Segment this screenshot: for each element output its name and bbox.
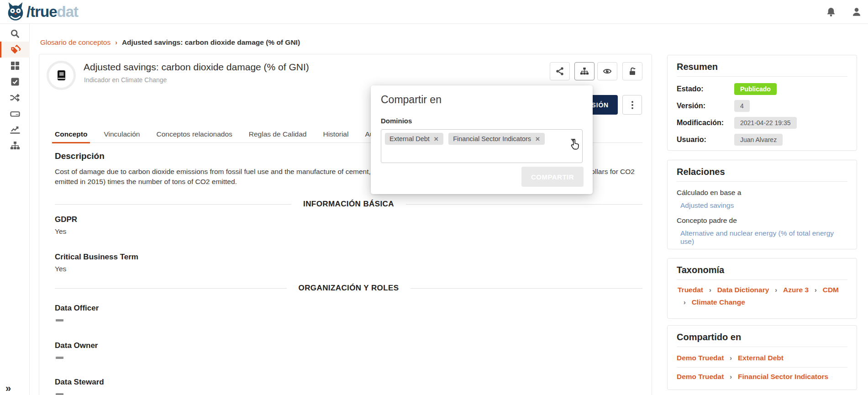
book-icon (54, 68, 68, 83)
sidebar-item-glossary[interactable] (0, 42, 30, 58)
chevron-right-icon: › (684, 299, 686, 306)
sitemap-icon (10, 141, 20, 150)
taxonomy-link-truedat[interactable]: Truedat (678, 286, 703, 294)
app-window: /truedat (0, 0, 868, 395)
field-label-critical-business-term: Critical Business Term (55, 253, 138, 262)
left-nav-sidebar: » (0, 24, 30, 395)
role-label-data-owner: Data Owner (55, 341, 98, 350)
shared-parent-link[interactable]: Demo Truedat (677, 373, 724, 381)
domains-multiselect-input[interactable]: External Debt ✕ Financial Sector Indicat… (381, 129, 583, 163)
notifications-bell-icon[interactable] (825, 5, 837, 18)
sidebar-item-quality[interactable] (0, 74, 30, 90)
sidebar-item-dashboards[interactable] (0, 121, 30, 137)
more-actions-button[interactable] (622, 95, 642, 115)
section-basic-info: INFORMACIÓN BÁSICA (55, 200, 642, 209)
check-square-icon (11, 77, 20, 86)
chart-line-icon (10, 125, 20, 134)
sidebar-item-taxonomy[interactable] (0, 137, 30, 153)
taxonomy-panel-title: Taxonomía (677, 265, 847, 280)
chevron-right-icon: › (730, 354, 732, 362)
remove-tag-icon[interactable]: ✕ (434, 136, 439, 142)
role-label-data-officer: Data Officer (55, 304, 99, 313)
shared-domain-link[interactable]: External Debt (738, 354, 784, 362)
version-label: Versión: (677, 102, 734, 110)
breadcrumb-current: Adjusted savings: carbon dioxide damage … (122, 38, 300, 47)
empty-value-dash (56, 393, 63, 395)
relations-panel-title: Relaciones (677, 167, 847, 182)
modified-badge: 2021-04-22 19:35 (734, 117, 797, 129)
top-bar: /truedat (0, 0, 868, 24)
taxonomy-panel: Taxonomía Truedat ›Data Dictionary ›Azur… (667, 258, 857, 319)
tag-label: External Debt (389, 135, 430, 142)
status-badge: Publicado (734, 83, 777, 95)
share-button[interactable] (550, 62, 570, 80)
share-modal-title: Compartir en (381, 94, 583, 106)
chevron-right-icon: › (815, 286, 817, 294)
sidebar-expand-chevrons[interactable]: » (5, 383, 11, 395)
parent-concept-link[interactable]: Alternative and nuclear energy (% of tot… (680, 229, 847, 246)
field-value-gdpr: Yes (55, 227, 66, 236)
tab-historial[interactable]: Historial (323, 130, 348, 142)
search-icon (10, 29, 20, 38)
divider-line (55, 288, 287, 289)
section-title-basic-info: INFORMACIÓN BÁSICA (303, 200, 394, 209)
share-icon (555, 67, 564, 76)
taxonomy-link-cdm[interactable]: CDM (823, 286, 839, 294)
shared-in-panel-title: Compartido en (677, 332, 847, 347)
share-modal: Compartir en Dominios External Debt ✕ Fi… (371, 85, 593, 194)
sidebar-item-lineage[interactable] (0, 90, 30, 105)
taxonomy-path: Truedat ›Data Dictionary ›Azure 3 ›CDM ›… (677, 286, 847, 306)
user-label: Usuario: (677, 136, 734, 144)
taxonomy-link-azure-3[interactable]: Azure 3 (783, 286, 809, 294)
dropdown-caret-icon[interactable] (571, 139, 575, 142)
divider-line (406, 204, 642, 205)
shared-parent-link[interactable]: Demo Truedat (677, 354, 724, 362)
status-label: Estado: (677, 85, 734, 93)
modified-label: Modificación: (677, 119, 734, 127)
tab-vinculacion[interactable]: Vinculación (104, 130, 140, 142)
page-subtitle: Indicador en Climate Change (84, 76, 167, 84)
owl-logo-icon (6, 2, 25, 21)
calculated-from-label: Cálculado en base a (677, 189, 847, 197)
breadcrumb: Glosario de conceptos › Adjusted savings… (40, 38, 300, 47)
tags-icon (11, 45, 21, 55)
share-submit-button[interactable]: COMPARTIR (521, 167, 584, 187)
breadcrumb-glossary-link[interactable]: Glosario de conceptos (40, 38, 110, 47)
empty-value-dash (56, 319, 63, 321)
shared-row: Demo Truedat › External Debt (677, 349, 847, 367)
avatar (47, 61, 76, 90)
sitemap-icon (580, 67, 589, 75)
taxonomy-link-climate-change[interactable]: Climate Change (692, 298, 745, 306)
chevron-right-icon: › (709, 286, 711, 294)
domains-field-label: Dominios (381, 117, 583, 125)
watch-button[interactable] (597, 62, 617, 80)
eye-icon (602, 67, 612, 76)
empty-value-dash (56, 357, 63, 359)
hierarchy-button[interactable] (574, 62, 594, 80)
tab-concepto[interactable]: Concepto (55, 130, 87, 142)
chevron-right-icon: › (115, 39, 117, 46)
remove-tag-icon[interactable]: ✕ (535, 136, 540, 142)
sidebar-item-structures[interactable] (0, 58, 30, 74)
shared-row: Demo Truedat › Financial Sector Indicato… (677, 367, 847, 386)
tab-reglas-de-calidad[interactable]: Reglas de Calidad (249, 130, 307, 142)
parent-concept-label: Concepto padre de (677, 216, 847, 225)
tag-label: Financial Sector Indicators (453, 135, 531, 142)
calculated-from-link[interactable]: Adjusted savings (680, 201, 847, 210)
shared-domain-link[interactable]: Financial Sector Indicators (738, 373, 828, 381)
role-label-data-steward: Data Steward (55, 378, 104, 387)
taxonomy-link-data-dictionary[interactable]: Data Dictionary (717, 286, 769, 294)
shared-in-panel: Compartido en Demo Truedat › External De… (667, 325, 857, 390)
sidebar-item-systems[interactable] (0, 105, 30, 121)
divider-line (55, 204, 291, 205)
unlock-icon (628, 67, 637, 76)
sidebar-item-search[interactable] (0, 26, 30, 42)
unlock-button[interactable] (622, 62, 642, 80)
user-badge: Juan Alvarez (734, 134, 783, 146)
user-profile-icon[interactable] (850, 5, 863, 18)
grid-icon (11, 61, 20, 70)
tab-conceptos-relacionados[interactable]: Conceptos relacionados (156, 130, 232, 142)
section-org-roles: ORGANIZACIÓN Y ROLES (55, 284, 642, 293)
truedat-logo[interactable]: /truedat (6, 2, 78, 21)
version-badge: 4 (734, 100, 750, 112)
